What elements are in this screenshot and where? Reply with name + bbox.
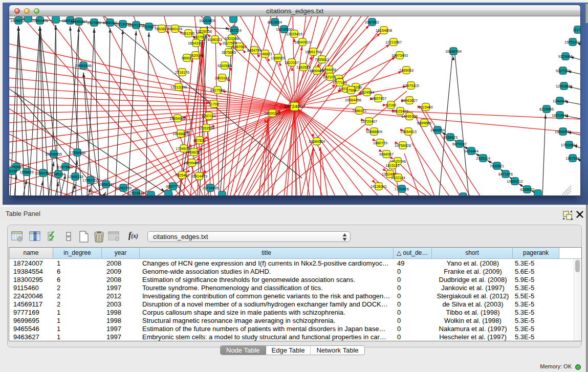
- svg-text:17957255: 17957255: [82, 178, 99, 183]
- svg-text:39154: 39154: [9, 169, 17, 173]
- svg-text:8813054: 8813054: [268, 20, 282, 25]
- svg-text:7515521: 7515521: [142, 25, 156, 29]
- svg-text:19463627: 19463627: [401, 98, 418, 103]
- svg-text:19218506: 19218506: [276, 27, 292, 32]
- svg-text:2718176: 2718176: [175, 70, 189, 75]
- svg-text:8471676: 8471676: [498, 172, 513, 177]
- svg-text:15716485: 15716485: [202, 186, 219, 190]
- svg-text:9777169: 9777169: [333, 80, 347, 85]
- svg-text:887833: 887833: [193, 138, 206, 143]
- svg-text:12093822: 12093822: [556, 84, 572, 89]
- svg-text:2935114: 2935114: [476, 156, 490, 161]
- svg-text:1156829: 1156829: [19, 170, 33, 174]
- svg-text:9327505: 9327505: [193, 35, 207, 39]
- svg-text:16033809: 16033809: [199, 18, 215, 23]
- svg-text:16210643: 16210643: [552, 113, 568, 118]
- svg-text:8215955: 8215955: [539, 107, 554, 112]
- svg-text:9115460: 9115460: [419, 105, 432, 110]
- svg-text:19384554: 19384554: [309, 139, 325, 144]
- svg-text:8427552: 8427552: [210, 88, 225, 93]
- svg-text:29053346: 29053346: [75, 63, 92, 68]
- svg-text:2803144: 2803144: [215, 76, 229, 80]
- svg-text:9657771: 9657771: [166, 184, 180, 189]
- svg-text:7632621: 7632621: [490, 164, 504, 168]
- svg-text:8938923: 8938923: [443, 135, 458, 140]
- svg-text:9227342: 9227342: [556, 69, 570, 73]
- svg-text:17016504: 17016504: [561, 143, 577, 147]
- svg-text:15720407: 15720407: [361, 119, 377, 124]
- svg-text:1815112: 1815112: [385, 163, 399, 168]
- svg-text:1880729: 1880729: [373, 141, 387, 145]
- svg-text:16648784: 16648784: [445, 49, 462, 54]
- svg-text:10688609: 10688609: [366, 129, 382, 134]
- svg-text:19654982: 19654982: [169, 116, 186, 121]
- svg-text:13226058: 13226058: [195, 29, 212, 34]
- svg-text:9474444: 9474444: [464, 149, 478, 154]
- svg-text:15692971: 15692971: [555, 129, 571, 134]
- svg-text:9245652: 9245652: [520, 187, 534, 192]
- svg-text:16914479: 16914479: [191, 174, 207, 179]
- svg-text:16782759: 16782759: [115, 186, 132, 190]
- svg-text:12975115: 12975115: [403, 83, 419, 88]
- svg-text:1822037: 1822037: [285, 60, 299, 65]
- svg-text:7955812: 7955812: [315, 57, 329, 62]
- svg-text:1527602: 1527602: [87, 20, 101, 25]
- svg-text:12923446: 12923446: [128, 191, 144, 195]
- svg-text:1733426: 1733426: [395, 187, 409, 191]
- svg-text:18724007: 18724007: [284, 103, 306, 109]
- svg-text:2867608: 2867608: [232, 45, 247, 49]
- svg-text:14495768: 14495768: [401, 114, 418, 119]
- svg-text:2087652: 2087652: [365, 20, 379, 25]
- svg-text:8267110: 8267110: [202, 114, 215, 118]
- svg-text:17359936: 17359936: [69, 150, 85, 155]
- svg-text:8186323: 8186323: [208, 37, 222, 42]
- svg-text:1388520: 1388520: [271, 56, 285, 60]
- svg-text:10958187: 10958187: [98, 182, 114, 187]
- svg-text:4498222: 4498222: [187, 150, 201, 155]
- svg-text:6879197: 6879197: [452, 142, 467, 146]
- svg-text:7485063: 7485063: [399, 68, 413, 73]
- svg-text:17568: 17568: [346, 88, 356, 93]
- svg-text:14136141: 14136141: [371, 184, 387, 189]
- svg-text:1244415: 1244415: [553, 99, 567, 103]
- svg-text:62160: 62160: [386, 103, 396, 107]
- svg-text:16543362: 16543362: [188, 41, 204, 46]
- svg-text:18640910: 18640910: [294, 40, 311, 45]
- svg-text:11700: 11700: [209, 102, 219, 106]
- svg-text:98901: 98901: [182, 56, 192, 60]
- svg-text:12213967: 12213967: [385, 40, 402, 45]
- svg-text:10655267: 10655267: [71, 19, 87, 24]
- svg-text:3624554: 3624554: [360, 90, 374, 95]
- svg-text:10364456: 10364456: [345, 98, 361, 102]
- svg-text:16099489: 16099489: [184, 161, 200, 165]
- svg-text:6794028: 6794028: [322, 68, 336, 72]
- svg-text:10025433: 10025433: [392, 109, 408, 114]
- svg-text:3875685: 3875685: [222, 50, 236, 55]
- svg-text:7663822: 7663822: [155, 27, 169, 31]
- svg-text:13325419: 13325419: [286, 32, 302, 36]
- svg-text:10654112: 10654112: [507, 179, 522, 184]
- svg-text:1145194: 1145194: [51, 172, 65, 177]
- svg-text:8660124: 8660124: [168, 27, 182, 31]
- svg-text:9242848: 9242848: [217, 63, 232, 68]
- svg-text:20691406: 20691406: [32, 18, 48, 23]
- svg-text:9084067: 9084067: [379, 152, 394, 157]
- svg-text:19654923: 19654923: [400, 129, 417, 134]
- svg-text:12942757: 12942757: [35, 171, 51, 176]
- svg-text:6899695: 6899695: [417, 121, 431, 125]
- svg-text:10973493: 10973493: [391, 53, 408, 58]
- svg-text:15751074: 15751074: [564, 40, 580, 45]
- svg-text:7625402: 7625402: [175, 173, 189, 178]
- svg-text:20206555: 20206555: [46, 152, 62, 157]
- svg-text:19756928: 19756928: [395, 143, 411, 148]
- svg-text:14055724: 14055724: [10, 18, 27, 23]
- svg-text:16154808: 16154808: [376, 28, 392, 33]
- svg-text:12505135: 12505135: [67, 174, 83, 179]
- svg-text:9146821: 9146821: [258, 52, 272, 56]
- svg-text:12213309: 12213309: [170, 85, 187, 90]
- svg-text:12353594: 12353594: [198, 126, 214, 130]
- svg-text:18300295: 18300295: [264, 111, 280, 116]
- svg-text:1522144: 1522144: [391, 176, 405, 180]
- svg-text:9329966: 9329966: [558, 54, 573, 59]
- svg-text:1440954: 1440954: [430, 128, 445, 133]
